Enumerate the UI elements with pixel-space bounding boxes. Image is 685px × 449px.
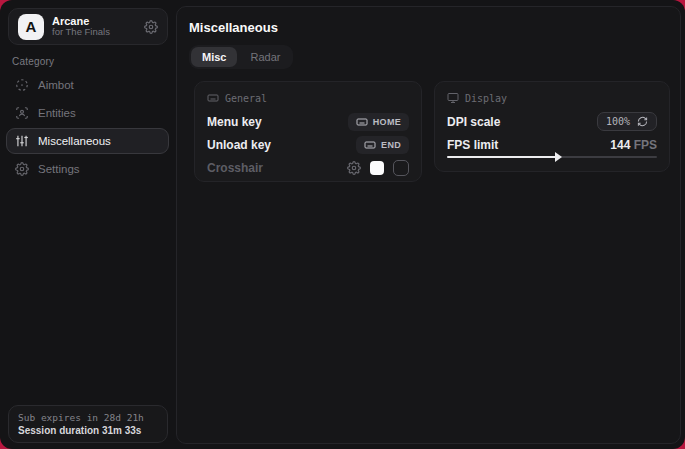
fps-slider-thumb[interactable] bbox=[555, 152, 562, 162]
dpi-scale-label: DPI scale bbox=[447, 115, 500, 129]
sidebar-item-aimbot[interactable]: Aimbot bbox=[6, 72, 169, 98]
category-label: Category bbox=[12, 56, 54, 67]
crosshair-row: Crosshair bbox=[207, 156, 409, 179]
sidebar-item-miscellaneous[interactable]: Miscellaneous bbox=[6, 128, 169, 154]
sub-expires-text: Sub expires in 28d 21h bbox=[18, 412, 158, 423]
app-subtitle: for The Finals bbox=[52, 27, 136, 38]
sidebar-item-entities[interactable]: Entities bbox=[6, 100, 169, 126]
general-card: General Menu key HOME Unload key END bbox=[194, 81, 422, 182]
dpi-scale-value: 100% bbox=[606, 116, 630, 127]
fps-number: 144 bbox=[610, 138, 630, 152]
tab-bar: Misc Radar bbox=[189, 45, 293, 69]
unload-keybind-value: END bbox=[381, 140, 401, 150]
menu-keybind-button[interactable]: HOME bbox=[348, 113, 409, 131]
brand-card: A Arcane for The Finals bbox=[8, 8, 168, 45]
dpi-scale-row: DPI scale 100% bbox=[447, 110, 657, 133]
fps-limit-value: 144 FPS bbox=[610, 138, 657, 152]
unload-key-label: Unload key bbox=[207, 138, 271, 152]
refresh-icon bbox=[637, 116, 648, 127]
unload-keybind-button[interactable]: END bbox=[356, 136, 409, 154]
dpi-scale-select[interactable]: 100% bbox=[597, 112, 657, 131]
keyboard-icon bbox=[364, 139, 376, 151]
menu-keybind-value: HOME bbox=[373, 117, 401, 127]
display-card-header: Display bbox=[447, 92, 657, 104]
sidebar: A Arcane for The Finals Category bbox=[0, 0, 175, 449]
sidebar-item-label: Aimbot bbox=[38, 79, 74, 91]
app-window: A Arcane for The Finals Category bbox=[0, 0, 685, 449]
display-card: Display DPI scale 100% FPS limit 144 FPS bbox=[434, 81, 670, 172]
main-panel: Miscellaneous Misc Radar General Menu ke… bbox=[176, 6, 681, 444]
crosshair-color-swatch[interactable] bbox=[370, 161, 384, 175]
subscription-card: Sub expires in 28d 21h Session duration … bbox=[8, 405, 168, 443]
display-card-title: Display bbox=[465, 93, 507, 104]
user-scan-icon bbox=[15, 106, 29, 120]
page-title: Miscellaneous bbox=[189, 20, 278, 35]
fps-slider[interactable] bbox=[447, 153, 657, 161]
sidebar-nav: Aimbot Entities bbox=[6, 72, 169, 184]
tab-misc[interactable]: Misc bbox=[191, 47, 237, 67]
menu-key-label: Menu key bbox=[207, 115, 262, 129]
fps-slider-fill bbox=[447, 156, 558, 158]
general-card-title: General bbox=[225, 93, 267, 104]
crosshair-checkbox[interactable] bbox=[393, 160, 409, 176]
crosshair-label: Crosshair bbox=[207, 161, 263, 175]
general-card-header: General bbox=[207, 92, 409, 104]
monitor-icon bbox=[447, 92, 459, 104]
crosshair-icon bbox=[15, 78, 29, 92]
app-logo: A bbox=[18, 14, 44, 40]
crosshair-controls bbox=[347, 160, 409, 176]
sidebar-item-label: Entities bbox=[38, 107, 76, 119]
tab-radar[interactable]: Radar bbox=[239, 47, 291, 67]
brand-text: Arcane for The Finals bbox=[52, 15, 136, 39]
fps-limit-label: FPS limit bbox=[447, 138, 498, 152]
gear-icon bbox=[15, 162, 29, 176]
keyboard-icon bbox=[356, 116, 368, 128]
sliders-icon bbox=[15, 134, 29, 148]
crosshair-settings-gear-icon[interactable] bbox=[347, 161, 361, 175]
session-duration-text: Session duration 31m 33s bbox=[18, 425, 158, 436]
sidebar-item-label: Miscellaneous bbox=[38, 135, 111, 147]
gear-icon[interactable] bbox=[144, 20, 158, 34]
menu-key-row: Menu key HOME bbox=[207, 110, 409, 133]
sidebar-item-label: Settings bbox=[38, 163, 80, 175]
sidebar-item-settings[interactable]: Settings bbox=[6, 156, 169, 182]
fps-unit: FPS bbox=[634, 138, 657, 152]
keyboard-icon bbox=[207, 92, 219, 104]
unload-key-row: Unload key END bbox=[207, 133, 409, 156]
